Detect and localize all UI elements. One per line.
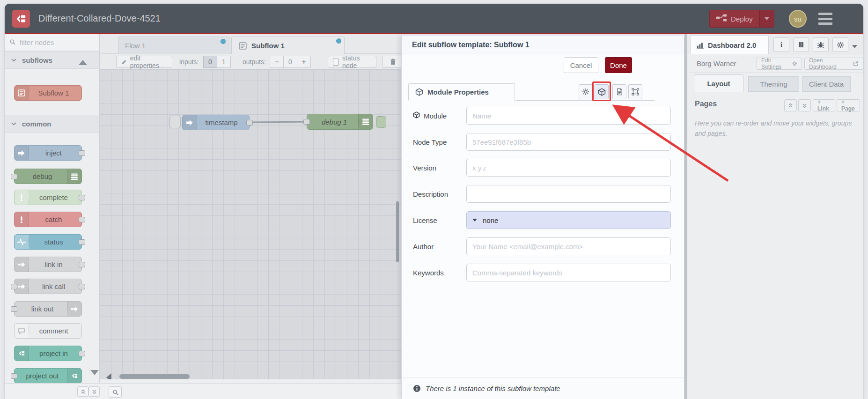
inputs-label: inputs: xyxy=(179,56,199,68)
edit-settings-button[interactable]: Edit Settings xyxy=(757,58,802,70)
outputs-count: 0 xyxy=(283,56,297,68)
outputs-minus-button[interactable]: − xyxy=(270,56,284,68)
outputs-plus-button[interactable]: + xyxy=(297,56,311,68)
input-port[interactable] xyxy=(11,174,17,179)
module-properties-tab-label: Module Properties xyxy=(427,88,489,96)
node-link-in[interactable]: link in xyxy=(14,257,82,272)
gear-icon xyxy=(582,88,589,96)
tab-flow-1[interactable]: Flow 1 xyxy=(118,37,230,54)
node-label: debug xyxy=(17,169,67,184)
node-label: catch xyxy=(29,212,79,227)
node-comment[interactable]: comment xyxy=(14,323,82,339)
inputs-option-0[interactable]: 0 xyxy=(203,56,217,68)
inject-trigger-button[interactable] xyxy=(169,116,181,128)
project-row: Borg Warner Edit Settings Open Dashboard xyxy=(687,54,863,73)
form-row-node-type: Node Type xyxy=(402,133,685,151)
pages-expand-all-button[interactable] xyxy=(798,99,811,111)
node-label: debug 1 xyxy=(310,114,359,129)
edit-properties-button[interactable]: edit properties xyxy=(116,56,172,68)
node-inject[interactable]: inject xyxy=(14,145,82,161)
output-port[interactable] xyxy=(79,262,85,267)
output-port[interactable] xyxy=(79,239,85,245)
sidebar-tab-label: Dashboard 2.0 xyxy=(708,41,756,49)
node-project-in[interactable]: project in xyxy=(14,346,82,361)
field-label: Module xyxy=(413,107,447,125)
palette-search[interactable] xyxy=(5,34,99,51)
info-icon-button[interactable]: i xyxy=(773,37,789,52)
appearance-icon-button[interactable] xyxy=(628,84,642,99)
node-debug-1[interactable]: debug 1 xyxy=(307,114,373,130)
node-link-call[interactable]: link call xyxy=(14,279,82,294)
node-properties-icon-button[interactable] xyxy=(579,84,593,99)
node-catch[interactable]: catch xyxy=(14,212,82,227)
output-port[interactable] xyxy=(79,217,85,222)
output-port[interactable] xyxy=(79,195,85,200)
keywords-input[interactable] xyxy=(466,264,671,281)
add-page-button[interactable]: + Page xyxy=(837,99,860,111)
input-port[interactable] xyxy=(11,284,17,289)
external-link-icon xyxy=(853,61,859,66)
node-status[interactable]: status xyxy=(14,234,82,250)
user-avatar[interactable]: su xyxy=(789,10,807,28)
palette-search-input[interactable] xyxy=(19,38,86,47)
node-complete[interactable]: complete xyxy=(14,190,82,205)
node-link-out[interactable]: link out xyxy=(14,301,82,317)
tab-layout[interactable]: Layout xyxy=(694,74,743,92)
cancel-button[interactable]: Cancel xyxy=(564,57,598,73)
vertical-scrollbar-thumb[interactable] xyxy=(396,201,399,262)
pages-collapse-all-button[interactable] xyxy=(784,99,797,111)
node-Subflow-1[interactable]: Subflow 1 xyxy=(14,85,82,101)
done-button[interactable]: Done xyxy=(605,57,632,73)
tab-theming[interactable]: Theming xyxy=(748,76,799,92)
palette-scroll-down-arrow[interactable] xyxy=(90,370,99,375)
subflow-icon xyxy=(15,86,29,100)
module-input[interactable] xyxy=(466,107,671,125)
palette-category-common[interactable]: common xyxy=(5,115,99,133)
docs-icon-button[interactable] xyxy=(793,37,809,52)
canvas-scroll-left-arrow[interactable] xyxy=(106,373,111,379)
unsaved-changes-dot xyxy=(221,39,226,44)
palette-scroll-up-arrow[interactable] xyxy=(79,60,87,65)
input-port[interactable] xyxy=(11,306,17,312)
debug-toggle-button[interactable] xyxy=(376,116,386,128)
tab-client-data[interactable]: Client Data xyxy=(802,76,851,92)
tab-subflow-1[interactable]: Subflow 1 xyxy=(231,37,345,54)
delete-subflow-button[interactable] xyxy=(382,56,404,68)
output-port[interactable] xyxy=(246,120,253,126)
tab-label: Client Data xyxy=(809,80,844,88)
inputs-option-1[interactable]: 1 xyxy=(217,56,231,68)
edit-subflow-dialog: Edit subflow template: Subflow 1 Cancel … xyxy=(401,36,684,399)
output-port[interactable] xyxy=(79,351,85,356)
description-icon-button[interactable] xyxy=(612,84,626,99)
node-timestamp[interactable]: timestamp xyxy=(182,115,250,130)
search-flows-button[interactable] xyxy=(109,386,122,398)
deploy-options-caret[interactable] xyxy=(759,10,774,27)
output-port[interactable] xyxy=(79,150,85,156)
open-dashboard-button[interactable]: Open Dashboard xyxy=(804,58,863,70)
deploy-button[interactable]: Deploy xyxy=(709,10,774,28)
tab-dashboard-2[interactable]: Dashboard 2.0 xyxy=(690,35,769,54)
palette-collapse-all-button[interactable] xyxy=(77,386,88,397)
node-project-out[interactable]: project out xyxy=(14,368,82,383)
add-link-button[interactable]: + Link xyxy=(813,99,835,111)
sidebar-caret-button[interactable] xyxy=(852,42,857,50)
tab-label: Theming xyxy=(760,80,787,88)
version-input[interactable] xyxy=(466,159,671,177)
output-port[interactable] xyxy=(79,284,85,289)
status-node-toggle[interactable]: status node xyxy=(328,56,376,68)
node-type-input[interactable] xyxy=(466,133,671,151)
author-input[interactable] xyxy=(466,237,671,255)
horizontal-scrollbar-thumb[interactable] xyxy=(119,374,190,379)
input-port[interactable] xyxy=(303,119,310,125)
settings-icon-button[interactable] xyxy=(832,37,848,52)
license-select[interactable]: none xyxy=(466,211,671,229)
description-input[interactable] xyxy=(466,185,671,203)
node-debug[interactable]: debug xyxy=(14,169,82,184)
flow-canvas[interactable]: timestampdebug 1 xyxy=(100,69,401,379)
module-properties-tab[interactable]: Module Properties xyxy=(408,83,515,101)
main-menu-button[interactable] xyxy=(818,13,832,25)
palette-expand-all-button[interactable] xyxy=(88,386,100,397)
bug-icon-button[interactable] xyxy=(813,37,829,52)
pulse-icon xyxy=(15,235,29,249)
input-port[interactable] xyxy=(11,373,17,379)
